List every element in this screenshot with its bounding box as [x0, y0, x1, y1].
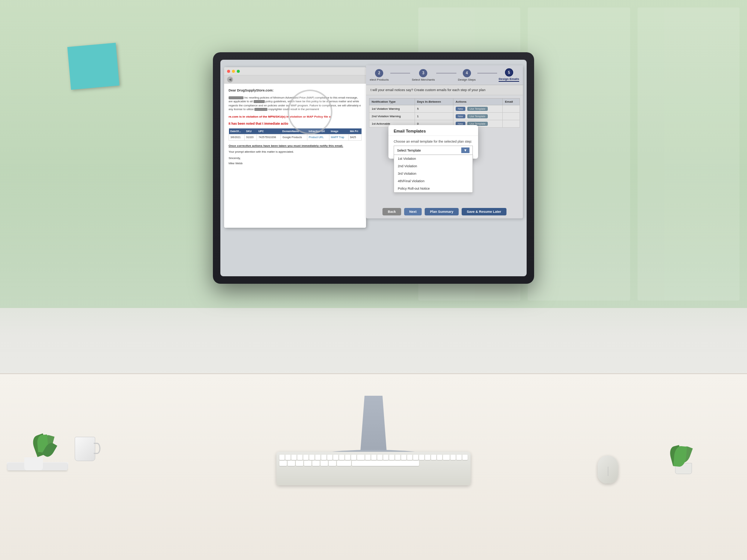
key[interactable]: [321, 455, 326, 460]
col-date: DateOf...: [229, 128, 245, 134]
template-select-arrow-icon: ▼: [461, 147, 469, 153]
col-ma-pri: MA Pri: [348, 128, 362, 134]
email-violation-text: re.com is in violation of the MPN/SKU(s)…: [229, 115, 362, 119]
key[interactable]: [437, 455, 442, 460]
cell-date: 3/6/2021: [229, 134, 245, 141]
key[interactable]: [462, 455, 468, 460]
key[interactable]: [315, 455, 320, 460]
caps-key[interactable]: [443, 455, 450, 460]
key[interactable]: [296, 461, 303, 466]
col-sku: SKU: [245, 128, 257, 134]
template-dropdown: 1st Violation 2nd Violation 3rd Violatio…: [394, 155, 473, 193]
dropdown-option-2[interactable]: 2nd Violation: [394, 162, 472, 170]
col-domain: DomainName: [281, 128, 307, 134]
mouse-divider: [608, 467, 608, 476]
back-button[interactable]: Back: [382, 208, 401, 215]
back-nav-arrow[interactable]: ◀: [227, 77, 233, 83]
keyboard: [276, 452, 471, 485]
enter-key[interactable]: [337, 461, 351, 466]
dropdown-option-1[interactable]: 1st Violation: [394, 155, 472, 162]
cell-upc: 742575910208: [257, 134, 281, 141]
plant-right: [669, 433, 698, 474]
cell-infraction-url: Product URL: [307, 134, 329, 141]
email-templates-modal: Email Templates Choose an email template…: [388, 125, 478, 159]
save-resume-button[interactable]: Save & Resume Later: [462, 208, 506, 215]
key[interactable]: [339, 455, 344, 460]
minimize-dot[interactable]: [232, 70, 235, 73]
key[interactable]: [413, 455, 418, 460]
key[interactable]: [320, 461, 328, 466]
modal-body: Choose an email template for the selecte…: [388, 136, 478, 159]
monitor-screen: ◀ Dear DrugSupplyStore.com: Inc resellin…: [220, 60, 527, 276]
coffee-mug: [75, 437, 101, 467]
sticky-note: [67, 43, 120, 90]
email-body: Inc reselling policies of Minimum Advert…: [229, 96, 362, 112]
key[interactable]: [279, 455, 285, 460]
cell-domain: Google Products: [281, 134, 307, 141]
key[interactable]: [407, 455, 412, 460]
col-image: Image: [329, 128, 348, 134]
key[interactable]: [288, 461, 295, 466]
mouse: [598, 455, 618, 483]
email-signature: Mike Webb: [229, 162, 362, 166]
key[interactable]: [297, 455, 303, 460]
email-doc-toolbar: [224, 67, 366, 75]
key[interactable]: [285, 455, 291, 460]
close-dot[interactable]: [227, 70, 230, 73]
tab-key[interactable]: [365, 455, 371, 460]
dropdown-option-5[interactable]: Policy Roll-out Notice: [394, 185, 472, 192]
key[interactable]: [395, 455, 400, 460]
table-row: 3/6/2021 91020 742575910208 Google Produ…: [229, 134, 362, 141]
key[interactable]: [329, 461, 336, 466]
key[interactable]: [377, 455, 382, 460]
app-footer: Back Next Plan Summary Save & Resume Lat…: [366, 208, 523, 215]
product-url-link[interactable]: Product URL: [309, 136, 324, 139]
cell-price: $425: [348, 134, 362, 141]
col-upc: UPC: [257, 128, 281, 134]
email-greeting: Dear DrugSupplyStore.com:: [229, 88, 362, 93]
key[interactable]: [371, 455, 376, 460]
template-select-display[interactable]: Select Template ▼: [394, 146, 473, 155]
plan-summary-button[interactable]: Plan Summary: [425, 208, 459, 215]
redacted-2: [254, 100, 265, 103]
spacebar-key[interactable]: [352, 461, 419, 466]
key[interactable]: [425, 455, 430, 460]
key[interactable]: [312, 461, 320, 466]
key[interactable]: [304, 461, 311, 466]
modal-description: Choose an email template for the selecte…: [394, 140, 473, 143]
dropdown-option-4[interactable]: 4th/Final Violation: [394, 177, 472, 185]
backspace-key[interactable]: [357, 455, 365, 460]
key[interactable]: [327, 455, 332, 460]
plant-left: [30, 426, 60, 470]
keyboard-keys: [276, 452, 471, 469]
cell-image: MAPP Trap: [329, 134, 348, 141]
email-sincerely: Sincerely,: [229, 156, 362, 161]
monitor: ◀ Dear DrugSupplyStore.com: Inc resellin…: [213, 52, 534, 284]
key[interactable]: [389, 455, 394, 460]
key[interactable]: [401, 455, 406, 460]
app-panel: 2 elect Products 3 Select Merchants 4: [366, 65, 523, 218]
key[interactable]: [450, 455, 456, 460]
key[interactable]: [279, 461, 287, 466]
next-button[interactable]: Next: [404, 208, 422, 215]
email-content: Dear DrugSupplyStore.com: Inc reselling …: [224, 84, 366, 172]
key[interactable]: [351, 455, 356, 460]
email-corrective-text: Once corrective actions have been taken …: [229, 144, 362, 148]
key[interactable]: [456, 455, 462, 460]
redacted-3: [254, 108, 267, 111]
key[interactable]: [419, 455, 424, 460]
mapp-trap-link[interactable]: MAPP Trap: [331, 136, 344, 139]
col-infraction: Infraction Url: [307, 128, 329, 134]
cell-sku: 91020: [245, 134, 257, 141]
key[interactable]: [383, 455, 388, 460]
dropdown-option-3[interactable]: 3rd Violation: [394, 170, 472, 177]
key[interactable]: [345, 455, 350, 460]
key[interactable]: [333, 455, 338, 460]
key[interactable]: [309, 455, 314, 460]
maximize-dot[interactable]: [237, 70, 240, 73]
key[interactable]: [303, 455, 309, 460]
key[interactable]: [291, 455, 297, 460]
key[interactable]: [431, 455, 436, 460]
email-doc-nav: ◀: [224, 75, 366, 84]
email-prompt-text: Your prompt attention with this matter i…: [229, 150, 362, 154]
